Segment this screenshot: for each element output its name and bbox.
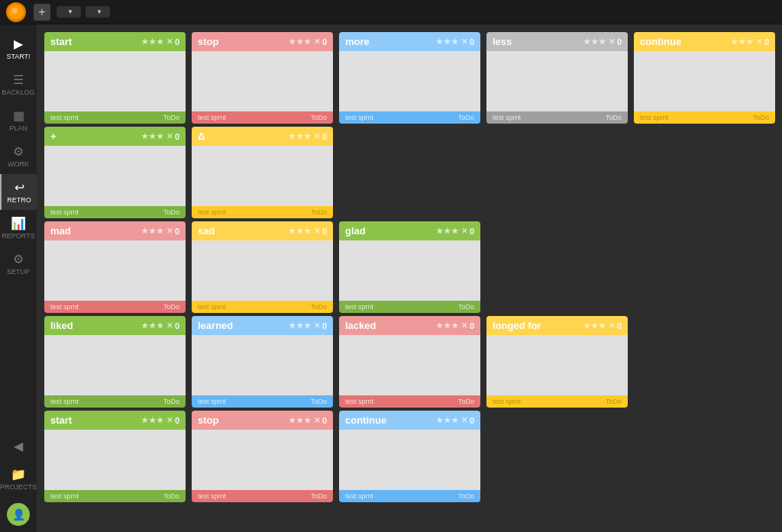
card-header: Δ ★★★ ✕ 0	[192, 127, 333, 146]
card-longed-for[interactable]: longed for ★★★ ✕ 0 test sprnt ToDo	[486, 316, 628, 408]
card-header: stop ★★★ ✕ 0	[192, 32, 333, 51]
card-close-icon[interactable]: ✕	[314, 321, 320, 330]
card-continue[interactable]: continue ★★★ ✕ 0 test sprnt ToDo	[634, 32, 775, 124]
card-body[interactable]	[486, 335, 628, 395]
card-liked[interactable]: liked ★★★ ✕ 0 test sprnt ToDo	[44, 316, 186, 408]
card-body[interactable]	[44, 240, 186, 301]
card-body[interactable]	[192, 430, 333, 490]
card-title: learned	[198, 320, 289, 331]
card-lacked[interactable]: lacked ★★★ ✕ 0 test sprnt ToDo	[339, 316, 480, 408]
sidebar-item-backlog[interactable]: ☰ BACKLOG	[0, 66, 37, 102]
card-start[interactable]: start ★★★ ✕ 0 test sprnt ToDo	[44, 411, 186, 502]
add-button[interactable]: +	[34, 4, 50, 21]
sidebar: ▶ START! ☰ BACKLOG ▦ PLAN ⚙ WORK ↩ RETRO…	[0, 24, 37, 532]
card-footer: test sprnt ToDo	[44, 395, 186, 408]
card-body[interactable]	[339, 335, 480, 395]
card-count: 0	[175, 321, 179, 330]
card-count: 0	[322, 132, 327, 141]
card-footer: test sprnt ToDo	[634, 111, 775, 124]
card-learned[interactable]: learned ★★★ ✕ 0 test sprnt ToDo	[192, 316, 333, 408]
card-sprint-label: test sprnt	[493, 398, 521, 405]
card-title: continue	[640, 36, 731, 47]
card-stars: ★★★	[289, 321, 312, 330]
card-close-icon[interactable]: ✕	[461, 321, 467, 330]
card-body[interactable]	[192, 335, 333, 395]
card-title: less	[493, 36, 583, 47]
card-close-icon[interactable]: ✕	[166, 227, 173, 235]
card-count: 0	[322, 321, 327, 330]
card-stars: ★★★	[141, 416, 164, 424]
card-title: lacked	[345, 320, 436, 331]
card-close-icon[interactable]: ✕	[461, 37, 467, 46]
sidebar-item-start[interactable]: ▶ START!	[0, 31, 37, 66]
card-body[interactable]	[634, 51, 775, 111]
techniques-tab[interactable]: ▼	[57, 6, 81, 18]
card-close-icon[interactable]: ✕	[314, 416, 320, 424]
card-+[interactable]: + ★★★ ✕ 0 test sprnt ToDo	[44, 127, 186, 218]
card-title: continue	[345, 414, 436, 426]
card-close-icon[interactable]: ✕	[609, 321, 615, 330]
sprint-tab[interactable]: ▼	[86, 6, 110, 18]
card-header: + ★★★ ✕ 0	[44, 127, 186, 146]
card-stop[interactable]: stop ★★★ ✕ 0 test sprnt ToDo	[192, 32, 333, 124]
card-mad[interactable]: mad ★★★ ✕ 0 test sprnt ToDo	[44, 221, 186, 313]
card-stars: ★★★	[436, 227, 459, 235]
card-sad[interactable]: sad ★★★ ✕ 0 test sprnt ToDo	[192, 221, 333, 313]
sidebar-item-work[interactable]: ⚙ WORK	[0, 138, 37, 174]
card-header: continue ★★★ ✕ 0	[339, 411, 480, 430]
card-close-icon[interactable]: ✕	[609, 37, 615, 46]
card-close-icon[interactable]: ✕	[461, 227, 467, 235]
sidebar-item-retro[interactable]: ↩ RETRO	[0, 174, 37, 210]
sidebar-item-collapse[interactable]: ◀	[0, 433, 40, 461]
app-logo[interactable]	[6, 2, 26, 22]
card-body[interactable]	[339, 430, 480, 490]
card-body[interactable]	[192, 240, 333, 301]
sidebar-item-plan[interactable]: ▦ PLAN	[0, 102, 37, 138]
card-close-icon[interactable]: ✕	[166, 37, 173, 46]
card-sprint-label: test sprnt	[345, 303, 373, 311]
svg-point-1	[11, 8, 18, 14]
card-todo-label: ToDo	[606, 114, 622, 121]
card-close-icon[interactable]: ✕	[756, 37, 762, 46]
card-stop[interactable]: stop ★★★ ✕ 0 test sprnt ToDo	[192, 411, 333, 502]
card-row-4: start ★★★ ✕ 0 test sprnt ToDo stop ★★★ ✕…	[44, 411, 774, 502]
sidebar-item-reports[interactable]: 📊 REPORTS	[0, 210, 37, 246]
card-body[interactable]	[44, 335, 186, 395]
card-close-icon[interactable]: ✕	[314, 227, 320, 235]
card-todo-label: ToDo	[311, 398, 327, 405]
card-start[interactable]: start ★★★ ✕ 0 test sprnt ToDo	[44, 32, 186, 124]
card-more[interactable]: more ★★★ ✕ 0 test sprnt ToDo	[339, 32, 480, 124]
user-avatar[interactable]: 👤	[7, 503, 30, 526]
card-sprint-label: test sprnt	[345, 398, 373, 405]
card-close-icon[interactable]: ✕	[166, 132, 173, 140]
card-body[interactable]	[339, 51, 480, 111]
card-body[interactable]	[486, 51, 628, 111]
card-body[interactable]	[192, 51, 333, 111]
card-close-icon[interactable]: ✕	[314, 132, 320, 140]
card-header: liked ★★★ ✕ 0	[44, 316, 186, 335]
card-body[interactable]	[339, 240, 480, 301]
card-close-icon[interactable]: ✕	[166, 416, 173, 424]
card-close-icon[interactable]: ✕	[166, 321, 173, 330]
sidebar-item-projects[interactable]: 📁 PROJECTS	[0, 461, 40, 497]
card-body[interactable]	[192, 146, 333, 206]
card-title: more	[345, 36, 436, 47]
card-header: stop ★★★ ✕ 0	[192, 411, 333, 430]
card-header: less ★★★ ✕ 0	[486, 32, 628, 51]
card-body[interactable]	[44, 430, 186, 490]
card-close-icon[interactable]: ✕	[314, 37, 320, 46]
card-count: 0	[470, 37, 474, 47]
card-glad[interactable]: glad ★★★ ✕ 0 test sprnt ToDo	[339, 221, 480, 313]
card-body[interactable]	[44, 51, 186, 111]
sidebar-item-setup[interactable]: ⚙ SETUP	[0, 246, 37, 282]
card-less[interactable]: less ★★★ ✕ 0 test sprnt ToDo	[486, 32, 628, 124]
card-continue[interactable]: continue ★★★ ✕ 0 test sprnt ToDo	[339, 411, 480, 502]
setup-icon: ⚙	[13, 252, 24, 266]
card-footer: test sprnt ToDo	[44, 301, 186, 313]
card-body[interactable]	[44, 146, 186, 206]
card-todo-label: ToDo	[163, 208, 179, 216]
card-Δ[interactable]: Δ ★★★ ✕ 0 test sprnt ToDo	[192, 127, 333, 218]
card-todo-label: ToDo	[163, 492, 179, 500]
card-count: 0	[175, 132, 179, 141]
card-close-icon[interactable]: ✕	[461, 416, 467, 424]
